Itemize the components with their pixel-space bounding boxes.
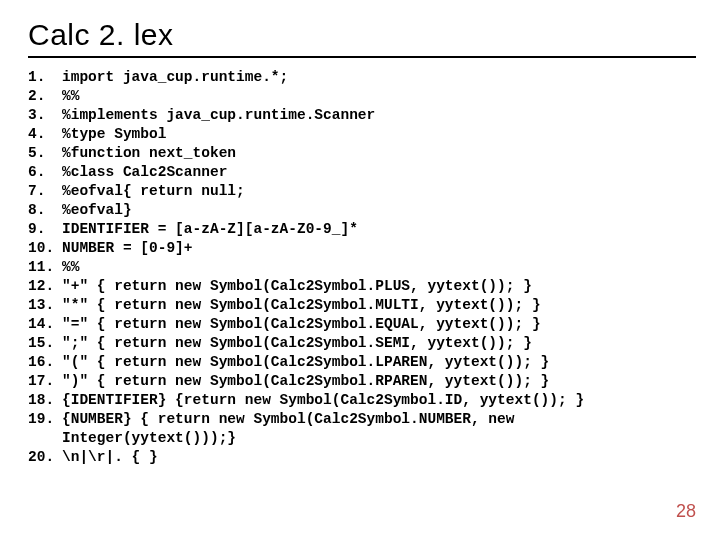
line-number: 9. [28,220,62,239]
code-text: %eofval} [62,201,132,220]
code-text: ")" { return new Symbol(Calc2Symbol.RPAR… [62,372,549,391]
line-number: 5. [28,144,62,163]
slide: Calc 2. lex 1.import java_cup.runtime.*;… [0,0,720,540]
code-line: 5.%function next_token [28,144,696,163]
line-number: 1. [28,68,62,87]
slide-title: Calc 2. lex [28,18,696,52]
line-number: 10. [28,239,62,258]
code-line: 1.import java_cup.runtime.*; [28,68,696,87]
code-line: 17.")" { return new Symbol(Calc2Symbol.R… [28,372,696,391]
code-line: 4.%type Symbol [28,125,696,144]
code-text: "(" { return new Symbol(Calc2Symbol.LPAR… [62,353,549,372]
code-text: "=" { return new Symbol(Calc2Symbol.EQUA… [62,315,541,334]
code-text: IDENTIFIER = [a-zA-Z][a-zA-Z0-9_]* [62,220,358,239]
code-text: NUMBER = [0-9]+ [62,239,193,258]
code-text: %% [62,87,79,106]
code-text: %function next_token [62,144,236,163]
line-number: 8. [28,201,62,220]
code-text: Integer(yytext()));} [62,429,236,448]
line-number: 6. [28,163,62,182]
code-text: %class Calc2Scanner [62,163,227,182]
code-line: 15.";" { return new Symbol(Calc2Symbol.S… [28,334,696,353]
code-line: 3.%implements java_cup.runtime.Scanner [28,106,696,125]
code-line: 6.%class Calc2Scanner [28,163,696,182]
code-text: "*" { return new Symbol(Calc2Symbol.MULT… [62,296,541,315]
code-line: 11.%% [28,258,696,277]
code-text: %eofval{ return null; [62,182,245,201]
line-number: 4. [28,125,62,144]
code-line: 8.%eofval} [28,201,696,220]
line-number: 13. [28,296,62,315]
line-number: 7. [28,182,62,201]
code-line: 10.NUMBER = [0-9]+ [28,239,696,258]
line-number: 17. [28,372,62,391]
code-line: 18.{IDENTIFIER} {return new Symbol(Calc2… [28,391,696,410]
code-line: 7.%eofval{ return null; [28,182,696,201]
code-line: 2.%% [28,87,696,106]
code-line: 16."(" { return new Symbol(Calc2Symbol.L… [28,353,696,372]
line-number: 16. [28,353,62,372]
code-text: %type Symbol [62,125,166,144]
code-line: 14."=" { return new Symbol(Calc2Symbol.E… [28,315,696,334]
page-number: 28 [676,501,696,522]
code-text: %% [62,258,79,277]
code-text: %implements java_cup.runtime.Scanner [62,106,375,125]
code-text: \n|\r|. { } [62,448,158,467]
code-line: 9.IDENTIFIER = [a-zA-Z][a-zA-Z0-9_]* [28,220,696,239]
code-line: 20.\n|\r|. { } [28,448,696,467]
code-line: 19.{NUMBER} { return new Symbol(Calc2Sym… [28,410,696,429]
code-line: 12."+" { return new Symbol(Calc2Symbol.P… [28,277,696,296]
line-number: 11. [28,258,62,277]
code-text: {NUMBER} { return new Symbol(Calc2Symbol… [62,410,514,429]
line-number: 3. [28,106,62,125]
line-number: 15. [28,334,62,353]
code-text: {IDENTIFIER} {return new Symbol(Calc2Sym… [62,391,584,410]
code-block: 1.import java_cup.runtime.*;2.%%3.%imple… [28,68,696,467]
title-underline [28,56,696,58]
line-number: 2. [28,87,62,106]
line-number: 14. [28,315,62,334]
line-number: 18. [28,391,62,410]
line-number: 20. [28,448,62,467]
code-line: 13."*" { return new Symbol(Calc2Symbol.M… [28,296,696,315]
line-number [28,429,62,448]
code-text: ";" { return new Symbol(Calc2Symbol.SEMI… [62,334,532,353]
code-text: "+" { return new Symbol(Calc2Symbol.PLUS… [62,277,532,296]
line-number: 12. [28,277,62,296]
code-text: import java_cup.runtime.*; [62,68,288,87]
line-number: 19. [28,410,62,429]
code-line: Integer(yytext()));} [28,429,696,448]
